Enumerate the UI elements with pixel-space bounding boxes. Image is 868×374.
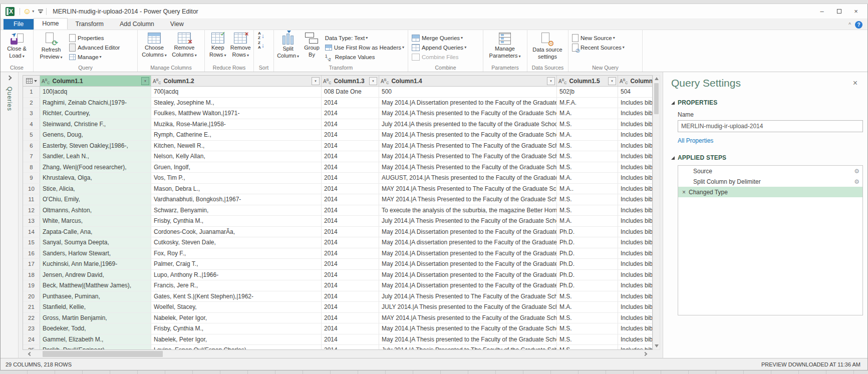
cell[interactable]: 2014 <box>322 334 379 345</box>
cell[interactable]: Ph.D. <box>557 248 618 259</box>
cell[interactable]: MAY 2014.|A Thesis presented to the Facu… <box>379 313 557 323</box>
step-settings-gear-icon[interactable]: ⚙ <box>854 168 859 175</box>
cell[interactable]: M.S. <box>557 194 618 205</box>
all-properties-link[interactable]: All Properties <box>678 137 860 144</box>
scroll-down-icon[interactable] <box>655 344 659 347</box>
queries-pane-label[interactable]: Queries <box>6 87 13 111</box>
cell[interactable]: M.A. <box>557 302 618 312</box>
filter-dropdown-icon[interactable]: ▼ <box>141 77 149 85</box>
cell[interactable]: May 2014.|A Thesis presented to the Facu… <box>379 108 557 119</box>
cell[interactable]: M.S. <box>557 162 618 173</box>
row-number[interactable]: 6 <box>23 141 40 151</box>
cell[interactable]: Cutkosky, Steven Dale, <box>151 237 322 248</box>
cell[interactable]: Includes bibliographical references (pag… <box>618 313 652 323</box>
cell[interactable]: July 2014.|A Thesis Presented to The Fac… <box>379 345 557 350</box>
data-type-button[interactable]: Data Type: Text▾ <box>323 33 406 43</box>
row-number[interactable]: 20 <box>23 291 40 302</box>
cell[interactable]: MAY 2014.|A Thesis Presented to the Facu… <box>379 194 557 205</box>
minimize-button[interactable]: – <box>813 6 830 18</box>
cell[interactable]: Includes bibliographical references (pag… <box>618 216 652 226</box>
cell[interactable]: Sanyal, Soumya Deepta, <box>40 237 151 248</box>
cell[interactable]: Ph.D. <box>557 237 618 248</box>
cell[interactable]: To execute the analysis of the suburbia,… <box>379 205 557 216</box>
cell[interactable]: 2014 <box>322 323 379 334</box>
cell[interactable]: Ph.D. <box>557 270 618 280</box>
cell[interactable]: Khrustaleva, Olga, <box>40 173 151 183</box>
cell[interactable]: Oltmanns, Ashton, <box>40 205 151 216</box>
cell[interactable]: Ph.D. <box>557 259 618 269</box>
filter-dropdown-icon[interactable]: ▼ <box>547 77 555 85</box>
cell[interactable]: 2014 <box>322 108 379 119</box>
cell[interactable]: Zhang, Wen|(Food researcher), <box>40 162 151 173</box>
cell[interactable]: Steinwand, Christine F., <box>40 119 151 130</box>
column-header-column1.2[interactable]: ABCColumn1.2▼ <box>151 76 322 86</box>
row-number[interactable]: 19 <box>23 280 40 291</box>
cell[interactable]: 2014 <box>322 259 379 269</box>
cell[interactable]: 2014 <box>322 119 379 130</box>
row-number[interactable]: 2 <box>23 98 40 108</box>
cell[interactable]: May 2014.|A Thesis Presented to The Facu… <box>379 141 557 151</box>
replace-values-button[interactable]: 1→2 Replace Values <box>323 52 406 62</box>
cell[interactable]: May 2014.|A dissertation presented to th… <box>379 237 557 248</box>
keep-rows-button[interactable]: ✓ Keep Rows▾ <box>206 31 229 59</box>
cell[interactable]: AUGUST, 2014.|A Thesis presented to the … <box>379 173 557 183</box>
cell[interactable]: Includes bibliographical references. <box>618 162 652 173</box>
cell[interactable]: Includes bibliographical references (pag… <box>618 270 652 280</box>
cell[interactable]: Levine, Espen Oul(Espen Charles), <box>151 345 322 350</box>
cell[interactable]: 2014 <box>322 345 379 350</box>
row-number[interactable]: 18 <box>23 270 40 280</box>
row-number[interactable]: 5 <box>23 130 40 140</box>
column-header-column1.5[interactable]: ABCColumn1.5▼ <box>557 76 618 86</box>
cell[interactable]: Beck, Matthew|(Matthew James), <box>40 280 151 291</box>
properties-button[interactable]: Properties <box>67 33 122 43</box>
row-number[interactable]: 9 <box>23 173 40 183</box>
cell[interactable]: 2014 <box>322 216 379 226</box>
row-number[interactable]: 13 <box>23 216 40 226</box>
feedback-smiley-icon[interactable]: ☺ <box>23 8 31 16</box>
cell[interactable]: 2014 <box>322 280 379 291</box>
cell[interactable]: Gross, Martin Benjamin, <box>40 313 151 323</box>
cell[interactable]: May 2014.|A Dissertation presented to th… <box>379 270 557 280</box>
cell[interactable]: 2014 <box>322 313 379 323</box>
row-number[interactable]: 7 <box>23 151 40 162</box>
cell[interactable]: May 2014.|A Thesis presented to the Facu… <box>379 130 557 140</box>
tab-view[interactable]: View <box>162 19 192 30</box>
cell[interactable]: May 2014.|A Dissertation presented to th… <box>379 227 557 237</box>
cell[interactable]: Richter, Courtney, <box>40 108 151 119</box>
cell[interactable]: Gates, Kent S.|(Kent Stephen),|1962- <box>151 291 322 302</box>
use-first-row-as-headers-button[interactable]: Use First Row as Headers▾ <box>323 43 406 52</box>
tab-home[interactable]: Home <box>34 18 67 30</box>
row-number[interactable]: 10 <box>23 184 40 194</box>
cell[interactable]: Includes bibliographical references (pag… <box>618 291 652 302</box>
cell[interactable]: Nabelek, Peter Igor, <box>151 313 322 323</box>
cell[interactable]: Includes bibliographical references (pag… <box>618 280 652 291</box>
cell[interactable]: Lupo, Anthony R.,|1966- <box>151 270 322 280</box>
cell[interactable]: Includes bibliographical references (pag… <box>618 259 652 269</box>
cell[interactable]: M.A. <box>557 216 618 226</box>
cell[interactable]: Vos, Tim P., <box>151 173 322 183</box>
cell[interactable]: May 2014.|A Dissertation presented to th… <box>379 259 557 269</box>
cell[interactable]: July 2014.|A thesis presented to the fac… <box>379 119 557 130</box>
cell[interactable]: M.A. <box>557 130 618 140</box>
cell[interactable]: Includes bibliographical references (pag… <box>618 345 652 350</box>
row-number[interactable]: 14 <box>23 227 40 237</box>
cell[interactable]: Includes bibliographical references (pag… <box>618 119 652 130</box>
column-header-column1.6[interactable]: ABCColumn1.6 <box>618 76 653 86</box>
horizontal-scroll-track[interactable] <box>38 350 638 358</box>
row-number[interactable]: 25 <box>23 345 40 350</box>
cell[interactable]: 2014 <box>322 248 379 259</box>
cell[interactable]: 2014 <box>322 205 379 216</box>
cell[interactable]: 2014 <box>322 270 379 280</box>
cell[interactable]: Gruen, Ingolf, <box>151 162 322 173</box>
cell[interactable]: July 2014.|A Thesis Presented to The Fac… <box>379 291 557 302</box>
close-button[interactable]: × <box>847 6 864 18</box>
tab-transform[interactable]: Transform <box>68 19 112 30</box>
refresh-preview-button[interactable]: ⟳ Refresh Preview▾ <box>35 31 67 61</box>
cell[interactable]: Includes bibliographical references (pag… <box>618 108 652 119</box>
append-queries-button[interactable]: Append Queries▾ <box>410 43 468 52</box>
cell[interactable]: Ph.D. <box>557 227 618 237</box>
cell[interactable]: M.S. <box>557 334 618 345</box>
filter-dropdown-icon[interactable]: ▼ <box>369 77 377 85</box>
cell[interactable]: May 2014.|A Thesis Presented to The Facu… <box>379 151 557 162</box>
cell[interactable]: Includes bibliographical references (pag… <box>618 184 652 194</box>
